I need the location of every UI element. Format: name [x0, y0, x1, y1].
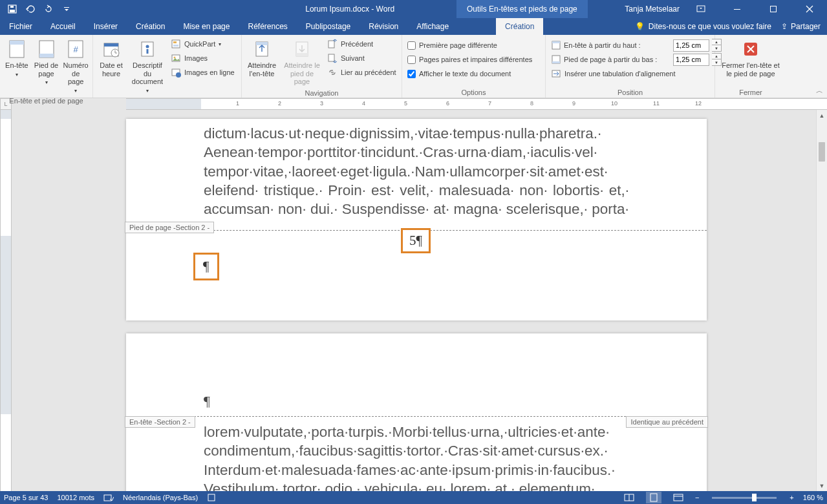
- horizontal-ruler[interactable]: 1 2 3 4 5 6 7 8 9 10 11 12: [126, 98, 827, 110]
- user-name[interactable]: Tanja Metselaar: [625, 5, 680, 14]
- footer-from-bottom-input[interactable]: [673, 54, 709, 66]
- status-language[interactable]: Néerlandais (Pays-Bas): [123, 494, 198, 501]
- next-button[interactable]: Suivant: [325, 51, 399, 65]
- share-icon: ⇪: [781, 22, 788, 31]
- qat-customize-button[interactable]: [58, 1, 75, 17]
- svg-rect-35: [552, 61, 560, 63]
- calendar-icon: [101, 39, 122, 59]
- page-number-button[interactable]: # Numéro de page▾: [61, 37, 90, 96]
- header-button[interactable]: En-tête▾: [3, 37, 31, 79]
- zoom-out-button[interactable]: −: [695, 494, 699, 501]
- group-options-label: Options: [405, 87, 542, 98]
- tab-header-footer-design[interactable]: Création: [496, 18, 543, 35]
- quickparts-button[interactable]: QuickPart ▾: [168, 37, 237, 51]
- ribbon-display-options-button[interactable]: [686, 0, 716, 18]
- header-from-top-input[interactable]: [673, 39, 709, 52]
- zoom-level[interactable]: 160 %: [803, 494, 823, 501]
- tab-view[interactable]: Affichage: [407, 18, 458, 35]
- status-spellcheck-icon[interactable]: [103, 493, 114, 502]
- images-button[interactable]: Images: [168, 51, 237, 65]
- share-button[interactable]: ⇪ Partager: [781, 22, 821, 31]
- goto-header-icon: [252, 39, 272, 59]
- maximize-button[interactable]: [758, 0, 788, 18]
- group-position-label: Position: [548, 87, 712, 98]
- svg-rect-10: [39, 54, 54, 58]
- tell-me-search[interactable]: 💡 Dites-nous ce que vous voulez faire: [635, 22, 771, 31]
- svg-rect-3: [64, 7, 69, 8]
- tab-references[interactable]: Références: [239, 18, 296, 35]
- previous-button[interactable]: Précédent: [325, 37, 399, 51]
- pilcrow-highlight: ¶: [193, 253, 219, 280]
- date-time-button[interactable]: Date et heure: [96, 37, 127, 79]
- close-header-footer-button[interactable]: Fermer l'en-tête et le pied de page: [718, 37, 783, 79]
- insert-alignment-tab-button[interactable]: Insérer une tabulation d'alignement: [548, 67, 724, 81]
- document-info-button[interactable]: Descriptif du document▾: [128, 37, 167, 96]
- close-icon: [740, 39, 761, 59]
- svg-rect-2: [10, 6, 14, 8]
- footer-position-icon: [551, 54, 561, 65]
- svg-rect-30: [328, 41, 334, 48]
- view-web-layout[interactable]: [671, 492, 686, 503]
- qat-undo-button[interactable]: [22, 1, 39, 17]
- online-images-icon: [171, 67, 181, 78]
- view-print-layout[interactable]: [646, 492, 661, 503]
- show-document-text-checkbox[interactable]: Afficher le texte du document: [405, 67, 535, 81]
- vertical-ruler[interactable]: [0, 110, 12, 491]
- tab-layout[interactable]: Mise en page: [174, 18, 239, 35]
- svg-rect-31: [328, 54, 334, 61]
- svg-rect-43: [674, 494, 683, 501]
- group-header-footer-label: En-tête et pied de page: [3, 96, 90, 106]
- svg-rect-42: [650, 494, 657, 501]
- pilcrow-mark: ¶: [204, 393, 210, 410]
- images-icon: [171, 53, 181, 63]
- link-icon: [327, 67, 338, 78]
- scrollbar-thumb[interactable]: [819, 142, 825, 162]
- collapse-ribbon-button[interactable]: ︿: [816, 86, 823, 96]
- tab-review[interactable]: Révision: [360, 18, 407, 35]
- svg-rect-39: [208, 494, 215, 501]
- svg-rect-19: [172, 40, 180, 48]
- tab-file[interactable]: Fichier: [0, 18, 41, 35]
- vertical-scrollbar[interactable]: ▲ ▼: [816, 110, 827, 491]
- minimize-button[interactable]: [722, 0, 752, 18]
- status-macro-icon[interactable]: [207, 493, 216, 502]
- svg-rect-1: [10, 10, 15, 12]
- group-navigation-label: Navigation: [244, 88, 399, 98]
- footer-section-tab: Pied de page -Section 2 -: [125, 222, 214, 233]
- zoom-slider-thumb[interactable]: [752, 494, 757, 501]
- status-word-count[interactable]: 10012 mots: [58, 494, 94, 501]
- svg-point-17: [146, 45, 149, 48]
- scroll-down-button[interactable]: ▼: [817, 480, 827, 491]
- header-from-top-label: En-tête à partir du haut :: [564, 41, 671, 49]
- lightbulb-icon: 💡: [635, 22, 645, 31]
- document-body-text: dictum·lacus·ut·neque·dignissim,·vitae·t…: [126, 119, 707, 218]
- footer-from-bottom-label: Pied de page à partir du bas :: [564, 56, 671, 63]
- different-first-page-checkbox[interactable]: Première page différente: [405, 38, 535, 52]
- quickparts-icon: [171, 39, 181, 49]
- close-window-button[interactable]: [795, 0, 824, 18]
- online-images-button[interactable]: Images en ligne: [168, 65, 237, 79]
- tab-insert[interactable]: Insérer: [85, 18, 127, 35]
- tab-mailings[interactable]: Publipostage: [297, 18, 360, 35]
- goto-footer-button: Atteindre le pied de page: [281, 37, 323, 88]
- scroll-up-button[interactable]: ▲: [817, 110, 827, 121]
- footer-icon: [36, 39, 57, 59]
- footer-button[interactable]: Pied de page▾: [32, 37, 61, 87]
- zoom-in-button[interactable]: +: [789, 494, 793, 501]
- document-info-icon: [137, 39, 158, 59]
- qat-redo-button[interactable]: [40, 1, 57, 17]
- view-read-mode[interactable]: [621, 492, 637, 503]
- link-to-previous-button[interactable]: Lier au précédent: [325, 65, 399, 79]
- tab-home[interactable]: Accueil: [41, 18, 85, 35]
- goto-header-button[interactable]: Atteindre l'en-tête: [244, 37, 279, 79]
- qat-save-button[interactable]: [4, 1, 21, 17]
- contextual-tab-label: Outils En-têtes et pieds de page: [456, 0, 588, 18]
- different-odd-even-checkbox[interactable]: Pages paires et impaires différentes: [405, 52, 535, 67]
- svg-rect-8: [10, 41, 24, 45]
- tab-design[interactable]: Création: [127, 18, 174, 35]
- status-page[interactable]: Page 5 sur 43: [4, 494, 48, 501]
- svg-point-25: [176, 72, 181, 78]
- zoom-slider[interactable]: [712, 497, 777, 499]
- svg-rect-20: [173, 41, 177, 43]
- goto-footer-icon: [292, 39, 312, 59]
